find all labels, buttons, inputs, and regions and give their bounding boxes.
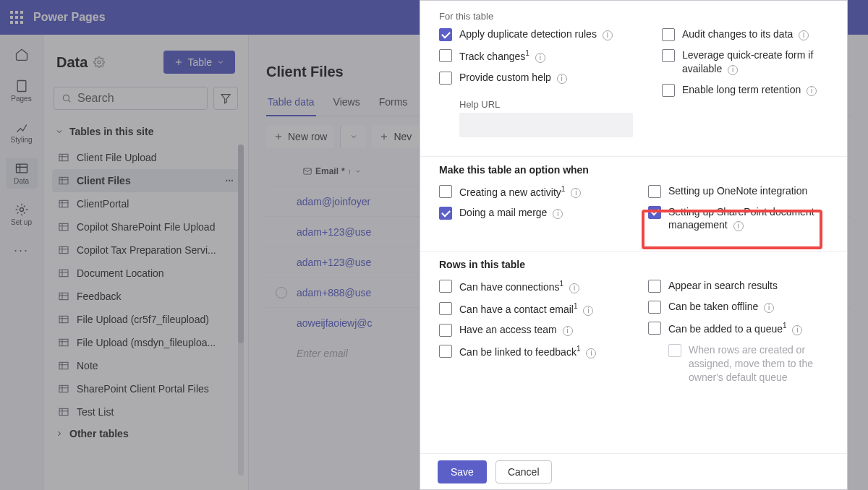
info-icon[interactable]: i [764,303,774,313]
help-url-label: Help URL [459,99,633,110]
info-icon[interactable]: i [733,221,744,231]
info-icon[interactable]: i [569,283,579,293]
checkbox-sharepoint-document-management[interactable]: Setting up SharePoint document managemen… [648,205,828,233]
save-button[interactable]: Save [438,460,487,483]
info-icon[interactable]: i [583,306,593,316]
checkbox-access-team[interactable]: Have an access team i [439,323,619,337]
checkbox-mail-merge[interactable]: Doing a mail merge i [439,206,619,220]
info-icon[interactable]: i [799,30,809,40]
checkbox-long-term-retention[interactable]: Enable long term retention i [662,83,828,97]
checkbox-track-changes[interactable]: Track changes1 i [439,48,633,64]
checkbox-search-results[interactable]: Appear in search results [648,279,828,293]
checkbox-offline[interactable]: Can be taken offline i [648,300,828,314]
checkbox-linked-to-feedback[interactable]: Can be linked to feedback1 i [439,344,619,359]
info-icon[interactable]: i [571,188,581,198]
info-icon[interactable]: i [563,326,573,336]
info-icon[interactable]: i [603,30,613,40]
info-icon[interactable]: i [535,53,545,63]
checkbox-connections[interactable]: Can have connections1 i [439,279,619,294]
info-icon[interactable]: i [792,325,802,335]
section-header: Rows in this table [439,259,828,270]
section-header: For this table [439,11,828,22]
checkbox-provide-custom-help[interactable]: Provide custom help i [439,71,633,85]
checkbox-creating-activity[interactable]: Creating a new activity1 i [439,184,619,199]
checkbox-contact-email[interactable]: Can have a contact email1 i [439,301,619,317]
checkbox-audit-changes[interactable]: Audit changes to its data i [662,27,828,41]
table-properties-modal: For this table Apply duplicate detection… [420,0,848,490]
info-icon[interactable]: i [807,86,817,96]
checkbox-onenote[interactable]: Setting up OneNote integration [648,184,828,198]
cancel-button[interactable]: Cancel [495,460,552,483]
info-icon[interactable]: i [586,348,596,358]
checkbox-queue-default: When rows are created or assigned, move … [668,343,828,384]
help-url-input[interactable] [459,113,633,137]
info-icon[interactable]: i [728,65,738,75]
checkbox-apply-duplicate-rules[interactable]: Apply duplicate detection rules i [439,27,633,41]
section-header: Make this table an option when [439,164,828,176]
checkbox-leverage-quick-create[interactable]: Leverage quick-create form if available … [662,48,828,76]
info-icon[interactable]: i [557,74,567,84]
info-icon[interactable]: i [553,209,563,219]
checkbox-added-to-queue[interactable]: Can be added to a queue1 i [648,321,828,336]
